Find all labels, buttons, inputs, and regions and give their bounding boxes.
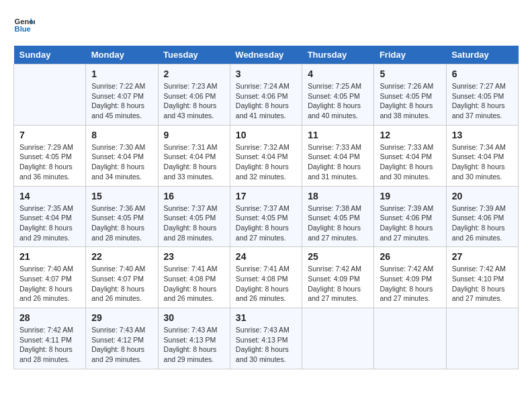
day-number: 3	[236, 68, 296, 79]
logo: General Blue	[13, 13, 35, 35]
weekday-thursday: Thursday	[302, 46, 374, 64]
day-info: Sunrise: 7:32 AM Sunset: 4:04 PM Dayligh…	[236, 142, 296, 182]
day-number: 14	[19, 191, 80, 201]
calendar-cell: 23Sunrise: 7:41 AM Sunset: 4:08 PM Dayli…	[158, 247, 230, 308]
weekday-friday: Friday	[374, 46, 446, 64]
calendar-cell: 1Sunrise: 7:22 AM Sunset: 4:07 PM Daylig…	[86, 64, 158, 126]
calendar-cell: 15Sunrise: 7:36 AM Sunset: 4:05 PM Dayli…	[86, 186, 158, 247]
calendar-cell: 28Sunrise: 7:42 AM Sunset: 4:11 PM Dayli…	[14, 308, 86, 369]
day-info: Sunrise: 7:36 AM Sunset: 4:05 PM Dayligh…	[91, 203, 152, 243]
calendar-cell: 30Sunrise: 7:43 AM Sunset: 4:13 PM Dayli…	[158, 308, 230, 369]
day-number: 10	[236, 130, 296, 140]
calendar-cell: 22Sunrise: 7:40 AM Sunset: 4:07 PM Dayli…	[86, 247, 158, 308]
day-info: Sunrise: 7:39 AM Sunset: 4:06 PM Dayligh…	[380, 203, 440, 243]
day-info: Sunrise: 7:37 AM Sunset: 4:05 PM Dayligh…	[236, 203, 296, 243]
day-info: Sunrise: 7:26 AM Sunset: 4:05 PM Dayligh…	[380, 81, 440, 121]
weekday-monday: Monday	[86, 46, 158, 64]
day-info: Sunrise: 7:30 AM Sunset: 4:04 PM Dayligh…	[91, 142, 152, 182]
day-info: Sunrise: 7:25 AM Sunset: 4:05 PM Dayligh…	[308, 81, 368, 121]
day-number: 6	[452, 68, 513, 79]
calendar-cell	[14, 64, 86, 126]
calendar-cell: 29Sunrise: 7:43 AM Sunset: 4:12 PM Dayli…	[86, 308, 158, 369]
calendar-cell: 21Sunrise: 7:40 AM Sunset: 4:07 PM Dayli…	[14, 247, 86, 308]
day-info: Sunrise: 7:37 AM Sunset: 4:05 PM Dayligh…	[164, 203, 224, 243]
day-number: 19	[380, 191, 440, 201]
calendar-cell: 6Sunrise: 7:27 AM Sunset: 4:05 PM Daylig…	[446, 64, 518, 126]
day-number: 16	[164, 191, 224, 201]
calendar-cell: 9Sunrise: 7:31 AM Sunset: 4:04 PM Daylig…	[158, 125, 230, 186]
calendar-cell: 24Sunrise: 7:41 AM Sunset: 4:08 PM Dayli…	[230, 247, 302, 308]
day-number: 9	[164, 130, 224, 140]
calendar-cell: 11Sunrise: 7:33 AM Sunset: 4:04 PM Dayli…	[302, 125, 374, 186]
calendar-cell: 25Sunrise: 7:42 AM Sunset: 4:09 PM Dayli…	[302, 247, 374, 308]
day-info: Sunrise: 7:42 AM Sunset: 4:11 PM Dayligh…	[19, 325, 80, 365]
day-number: 24	[236, 251, 296, 262]
day-number: 2	[164, 68, 224, 79]
day-number: 30	[164, 312, 224, 323]
calendar-cell	[446, 308, 518, 369]
calendar-body: 1Sunrise: 7:22 AM Sunset: 4:07 PM Daylig…	[14, 64, 519, 369]
calendar-cell: 4Sunrise: 7:25 AM Sunset: 4:05 PM Daylig…	[302, 64, 374, 126]
day-info: Sunrise: 7:33 AM Sunset: 4:04 PM Dayligh…	[308, 142, 368, 182]
weekday-tuesday: Tuesday	[158, 46, 230, 64]
calendar-cell: 12Sunrise: 7:33 AM Sunset: 4:04 PM Dayli…	[374, 125, 446, 186]
day-number: 23	[164, 251, 224, 262]
day-info: Sunrise: 7:27 AM Sunset: 4:05 PM Dayligh…	[452, 81, 513, 121]
day-info: Sunrise: 7:42 AM Sunset: 4:10 PM Dayligh…	[452, 264, 513, 304]
day-info: Sunrise: 7:40 AM Sunset: 4:07 PM Dayligh…	[19, 264, 80, 304]
calendar-cell	[302, 308, 374, 369]
day-number: 31	[236, 312, 296, 323]
day-info: Sunrise: 7:38 AM Sunset: 4:05 PM Dayligh…	[308, 203, 368, 243]
day-info: Sunrise: 7:43 AM Sunset: 4:13 PM Dayligh…	[164, 325, 224, 365]
week-row-3: 14Sunrise: 7:35 AM Sunset: 4:04 PM Dayli…	[14, 186, 519, 247]
day-info: Sunrise: 7:42 AM Sunset: 4:09 PM Dayligh…	[308, 264, 368, 304]
day-info: Sunrise: 7:41 AM Sunset: 4:08 PM Dayligh…	[164, 264, 224, 304]
day-number: 5	[380, 68, 440, 79]
day-number: 12	[380, 130, 440, 140]
day-number: 13	[452, 130, 513, 140]
day-number: 17	[236, 191, 296, 201]
day-info: Sunrise: 7:33 AM Sunset: 4:04 PM Dayligh…	[380, 142, 440, 182]
day-number: 25	[308, 251, 368, 262]
calendar-cell: 14Sunrise: 7:35 AM Sunset: 4:04 PM Dayli…	[14, 186, 86, 247]
calendar-cell: 16Sunrise: 7:37 AM Sunset: 4:05 PM Dayli…	[158, 186, 230, 247]
day-info: Sunrise: 7:39 AM Sunset: 4:06 PM Dayligh…	[452, 203, 513, 243]
day-info: Sunrise: 7:29 AM Sunset: 4:05 PM Dayligh…	[19, 142, 80, 182]
day-info: Sunrise: 7:43 AM Sunset: 4:12 PM Dayligh…	[91, 325, 152, 365]
calendar-cell: 5Sunrise: 7:26 AM Sunset: 4:05 PM Daylig…	[374, 64, 446, 126]
day-number: 15	[91, 191, 152, 201]
day-number: 1	[91, 68, 152, 79]
day-number: 7	[19, 130, 80, 140]
day-number: 28	[19, 312, 80, 323]
day-info: Sunrise: 7:41 AM Sunset: 4:08 PM Dayligh…	[236, 264, 296, 304]
day-number: 11	[308, 130, 368, 140]
day-info: Sunrise: 7:35 AM Sunset: 4:04 PM Dayligh…	[19, 203, 80, 243]
day-number: 21	[19, 251, 80, 262]
calendar-cell: 7Sunrise: 7:29 AM Sunset: 4:05 PM Daylig…	[14, 125, 86, 186]
week-row-2: 7Sunrise: 7:29 AM Sunset: 4:05 PM Daylig…	[14, 125, 519, 186]
calendar-table: SundayMondayTuesdayWednesdayThursdayFrid…	[13, 46, 519, 369]
calendar-cell: 13Sunrise: 7:34 AM Sunset: 4:04 PM Dayli…	[446, 125, 518, 186]
weekday-wednesday: Wednesday	[230, 46, 302, 64]
weekday-saturday: Saturday	[446, 46, 518, 64]
day-info: Sunrise: 7:22 AM Sunset: 4:07 PM Dayligh…	[91, 81, 152, 121]
day-number: 20	[452, 191, 513, 201]
day-info: Sunrise: 7:43 AM Sunset: 4:13 PM Dayligh…	[236, 325, 296, 365]
calendar-cell: 20Sunrise: 7:39 AM Sunset: 4:06 PM Dayli…	[446, 186, 518, 247]
calendar-cell: 27Sunrise: 7:42 AM Sunset: 4:10 PM Dayli…	[446, 247, 518, 308]
day-info: Sunrise: 7:40 AM Sunset: 4:07 PM Dayligh…	[91, 264, 152, 304]
calendar-cell: 19Sunrise: 7:39 AM Sunset: 4:06 PM Dayli…	[374, 186, 446, 247]
calendar-cell: 17Sunrise: 7:37 AM Sunset: 4:05 PM Dayli…	[230, 186, 302, 247]
week-row-1: 1Sunrise: 7:22 AM Sunset: 4:07 PM Daylig…	[14, 64, 519, 126]
calendar-cell: 3Sunrise: 7:24 AM Sunset: 4:06 PM Daylig…	[230, 64, 302, 126]
day-number: 8	[91, 130, 152, 140]
day-number: 22	[91, 251, 152, 262]
day-number: 29	[91, 312, 152, 323]
logo-icon: General Blue	[13, 13, 35, 35]
calendar-cell: 18Sunrise: 7:38 AM Sunset: 4:05 PM Dayli…	[302, 186, 374, 247]
calendar-cell: 8Sunrise: 7:30 AM Sunset: 4:04 PM Daylig…	[86, 125, 158, 186]
day-info: Sunrise: 7:23 AM Sunset: 4:06 PM Dayligh…	[164, 81, 224, 121]
day-info: Sunrise: 7:42 AM Sunset: 4:09 PM Dayligh…	[380, 264, 440, 304]
day-number: 26	[380, 251, 440, 262]
calendar-cell: 2Sunrise: 7:23 AM Sunset: 4:06 PM Daylig…	[158, 64, 230, 126]
